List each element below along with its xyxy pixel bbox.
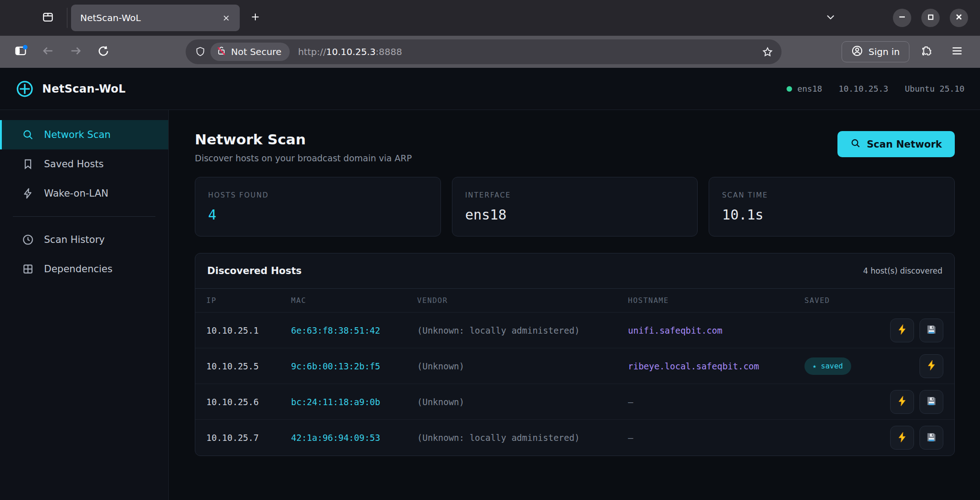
cell-hostname: —: [628, 433, 804, 443]
insecure-lock-icon: [216, 45, 227, 59]
save-host-button[interactable]: [919, 319, 943, 342]
floppy-disk-icon: [925, 395, 937, 408]
floppy-disk-icon: [925, 431, 937, 445]
sidebar-item-scan-history[interactable]: Scan History: [0, 225, 168, 254]
saved-badge-label: saved: [821, 362, 843, 370]
firefox-view-icon: [42, 11, 54, 25]
notification-dot: [23, 45, 28, 49]
sidebar-item-wake-on-lan[interactable]: Wake-on-LAN: [0, 179, 168, 208]
cell-ip: 10.10.25.7: [206, 433, 291, 443]
cell-vendor: (Unknown): [417, 361, 628, 371]
page-title: Network Scan: [195, 131, 412, 148]
wake-button[interactable]: [890, 319, 914, 342]
sidebar-divider: [13, 216, 155, 217]
browser-toolbar: Not Secure http://10.10.25.3:8888 Sign i…: [0, 36, 980, 68]
stat-label: INTERFACE: [465, 191, 685, 199]
main-content: Network Scan Discover hosts on your broa…: [169, 110, 980, 500]
sign-in-label: Sign in: [869, 46, 900, 57]
save-host-button[interactable]: [919, 390, 943, 414]
list-tabs-button[interactable]: [820, 8, 841, 28]
shield-icon: [195, 46, 206, 57]
cell-ip: 10.10.25.1: [206, 325, 291, 335]
sidebar-item-label: Scan History: [44, 234, 105, 245]
stat-label: HOSTS FOUND: [208, 191, 428, 199]
cell-ip: 10.10.25.5: [206, 361, 291, 371]
url-text: http://10.10.25.3:8888: [298, 46, 758, 57]
cell-hostname: ribeye.local.safeqbit.com: [628, 361, 804, 371]
table-row: 10.10.25.1 6e:63:f8:38:51:42 (Unknown: l…: [195, 313, 954, 348]
sidebar-item-dependencies[interactable]: Dependencies: [0, 254, 168, 284]
bookmark-star-button[interactable]: [758, 42, 777, 61]
puzzle-icon: [921, 45, 933, 59]
back-arrow-icon: [42, 44, 55, 59]
url-host: 10.10.25.3: [326, 46, 375, 57]
col-saved: SAVED: [804, 296, 943, 305]
page-subtitle: Discover hosts on your broadcast domain …: [195, 153, 412, 163]
cell-actions: [890, 319, 943, 342]
col-mac: MAC: [291, 296, 417, 305]
stat-hosts-found: HOSTS FOUND 4: [195, 177, 441, 236]
url-bar[interactable]: Not Secure http://10.10.25.3:8888: [186, 39, 782, 64]
sidebar-item-label: Network Scan: [44, 129, 110, 140]
search-icon: [850, 138, 861, 151]
sidebar-item-saved-hosts[interactable]: Saved Hosts: [0, 149, 168, 179]
browser-tab-bar: NetScan-WoL: [0, 0, 980, 36]
stat-value: 10.1s: [722, 207, 941, 223]
saved-badge: ★ saved: [804, 357, 851, 375]
cell-mac: 6e:63:f8:38:51:42: [291, 325, 417, 335]
scan-network-button[interactable]: Scan Network: [837, 131, 955, 157]
forward-button[interactable]: [66, 42, 86, 62]
save-host-button[interactable]: [919, 426, 943, 450]
cell-hostname: —: [628, 397, 804, 407]
bookmark-icon: [22, 158, 34, 170]
interface-name: ens18: [797, 84, 822, 93]
browser-tab[interactable]: NetScan-WoL: [71, 5, 240, 31]
stat-value: ens18: [465, 207, 685, 223]
header-status: ens18 10.10.25.3 Ubuntu 25.10: [787, 84, 964, 93]
account-icon: [851, 45, 863, 59]
chevron-down-icon: [825, 11, 836, 24]
cell-saved: ★ saved: [804, 357, 919, 375]
wake-button[interactable]: [919, 354, 943, 378]
cell-vendor: (Unknown: locally administered): [417, 433, 628, 443]
tab-close-icon[interactable]: [219, 11, 233, 25]
sidebar-item-label: Wake-on-LAN: [44, 188, 109, 199]
minimize-icon: [898, 13, 906, 22]
back-button[interactable]: [38, 42, 58, 62]
firefox-view-button[interactable]: [39, 9, 57, 27]
discovered-hosts-card: Discovered Hosts 4 host(s) discovered IP…: [195, 253, 955, 456]
grid-icon: [22, 263, 34, 275]
table-head: Discovered Hosts 4 host(s) discovered: [195, 253, 954, 289]
col-vendor: VENDOR: [417, 296, 628, 305]
app-header: NetScan-WoL ens18 10.10.25.3 Ubuntu 25.1…: [0, 68, 980, 110]
stat-label: SCAN TIME: [722, 191, 941, 199]
sidebar-item-network-scan[interactable]: Network Scan: [0, 120, 168, 149]
cell-actions: [919, 354, 943, 378]
maximize-button[interactable]: [921, 9, 940, 27]
wake-button[interactable]: [890, 426, 914, 450]
minimize-button[interactable]: [893, 9, 911, 27]
reload-button[interactable]: [93, 42, 113, 62]
url-scheme: http://: [298, 46, 326, 57]
floppy-disk-icon: [925, 324, 937, 337]
menu-button[interactable]: [947, 42, 967, 62]
app-body: Network Scan Saved Hosts Wake-on-LAN Sca…: [0, 110, 980, 500]
cell-actions: [890, 390, 943, 414]
security-chip[interactable]: Not Secure: [210, 43, 290, 61]
sidebar-toggle-button[interactable]: [11, 42, 31, 62]
col-hostname: HOSTNAME: [628, 296, 804, 305]
stat-value: 4: [208, 207, 428, 223]
sign-in-button[interactable]: Sign in: [842, 41, 909, 62]
extensions-button[interactable]: [917, 42, 937, 62]
wake-button[interactable]: [890, 390, 914, 414]
cell-vendor: (Unknown: locally administered): [417, 325, 628, 335]
tab-title: NetScan-WoL: [80, 12, 219, 23]
security-label: Not Secure: [231, 46, 281, 57]
bolt-icon: [22, 187, 34, 199]
cell-mac: bc:24:11:18:a9:0b: [291, 397, 417, 407]
table-row: 10.10.25.6 bc:24:11:18:a9:0b (Unknown) —: [195, 384, 954, 420]
app-title: NetScan-WoL: [42, 82, 126, 95]
new-tab-button[interactable]: [245, 8, 265, 28]
plus-icon: [250, 12, 260, 24]
close-window-button[interactable]: [950, 9, 968, 27]
